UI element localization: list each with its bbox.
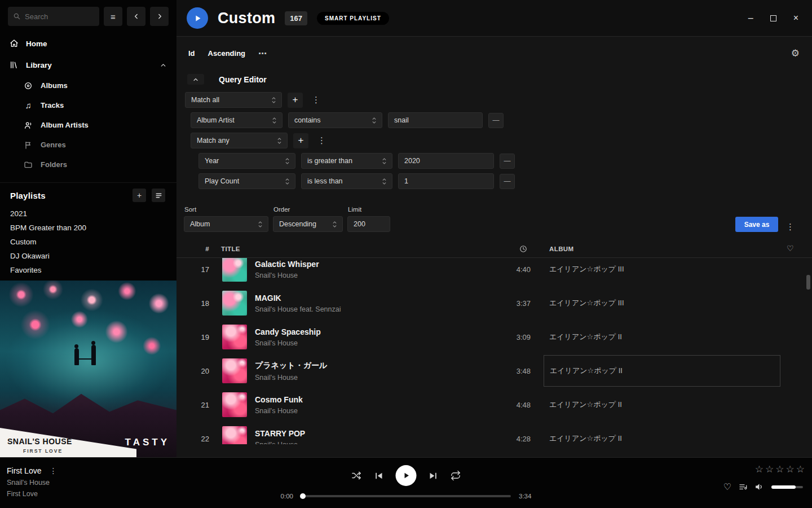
title-column-header[interactable]: TITLE — [221, 246, 240, 252]
add-playlist-button[interactable]: + — [133, 189, 146, 202]
track-row[interactable]: 19 Candy Spaceship Snail's House 3:09 エイ… — [176, 320, 812, 354]
track-list-header: # TITLE ALBUM ♡ — [176, 242, 812, 258]
maximize-button[interactable] — [770, 15, 776, 21]
settings-gear-icon[interactable]: ⚙ — [791, 47, 800, 59]
collapse-query-editor-button[interactable] — [187, 74, 204, 85]
select-value: is less than — [307, 177, 343, 185]
menu-button[interactable]: ≡ — [104, 7, 122, 26]
order-select[interactable]: Descending — [273, 216, 343, 232]
sort-toolbar: Id Ascending ⋯ ⚙ — [176, 37, 812, 59]
rule-operator-select[interactable]: is greater than — [301, 153, 392, 169]
rule-field-select[interactable]: Year — [198, 153, 295, 169]
rule-operator-select[interactable]: is less than — [301, 173, 392, 189]
close-button[interactable]: × — [793, 13, 798, 23]
now-playing-artwork[interactable]: SNAIL'S HOUSE FIRST LOVE TASTY — [0, 281, 176, 457]
star-icon[interactable]: ☆ — [755, 463, 764, 475]
star-icon[interactable]: ☆ — [786, 463, 795, 475]
sort-select[interactable]: Album — [184, 216, 268, 232]
track-row[interactable]: 22 STARRY POP Snail's House 4:28 エイリアン☆ポ… — [176, 422, 812, 444]
repeat-button[interactable] — [451, 470, 461, 481]
rule-group-menu-icon[interactable]: ⋮ — [314, 135, 329, 146]
updown-arrows-icon — [284, 157, 290, 165]
scrollbar-thumb[interactable] — [806, 275, 810, 290]
menu-icon: ≡ — [111, 12, 116, 21]
save-menu-icon[interactable]: ⋮ — [783, 222, 798, 232]
search-input-container[interactable] — [8, 7, 99, 26]
match-all-select[interactable]: Match all — [185, 92, 282, 108]
now-playing-menu-icon[interactable]: ⋮ — [49, 466, 57, 475]
select-value: Album Artist — [197, 116, 235, 124]
save-as-button[interactable]: Save as — [735, 217, 778, 232]
sidebar-item-folders[interactable]: Folders — [0, 155, 176, 174]
limit-input[interactable] — [347, 216, 390, 232]
sidebar-item-tracks[interactable]: ♫ Tracks — [0, 95, 176, 115]
next-track-button[interactable] — [429, 471, 439, 481]
shuffle-button[interactable] — [351, 470, 362, 481]
sidebar-item-library[interactable]: Library — [0, 54, 176, 76]
play-pause-button[interactable] — [396, 465, 417, 486]
album-art-thumbnail — [222, 258, 247, 282]
track-title: Cosmo Funk — [255, 395, 486, 404]
rule-operator-select[interactable]: contains — [288, 112, 382, 128]
remove-rule-button[interactable]: — — [500, 154, 515, 169]
volume-button[interactable] — [754, 482, 764, 492]
artwork-album-name: FIRST LOVE — [23, 448, 63, 454]
index-column-header[interactable]: # — [193, 246, 209, 252]
playlist-item-bpm[interactable]: BPM Greater than 200 — [0, 221, 176, 235]
match-any-select[interactable]: Match any — [191, 133, 288, 148]
sidebar-item-home[interactable]: Home — [0, 33, 176, 54]
next-track-icon — [429, 471, 439, 481]
star-icon[interactable]: ☆ — [775, 463, 784, 475]
track-album: エイリアン☆ポップ II — [549, 320, 780, 354]
rule-value-input[interactable] — [388, 112, 483, 128]
more-options-icon[interactable]: ⋯ — [258, 49, 267, 59]
favorite-column-heart-icon[interactable]: ♡ — [787, 244, 794, 253]
remove-rule-button[interactable]: — — [488, 113, 504, 128]
previous-track-button[interactable] — [374, 471, 384, 481]
updown-arrows-icon — [381, 157, 387, 165]
seek-bar[interactable] — [301, 495, 511, 497]
rule-value-input[interactable] — [398, 173, 494, 189]
sidebar-item-genres[interactable]: Genres — [0, 135, 176, 155]
track-row[interactable]: 17 Galactic Whisper Snail's House 4:40 エ… — [176, 258, 812, 286]
playlist-item-custom[interactable]: Custom — [0, 235, 176, 249]
rule-field-select[interactable]: Play Count — [198, 173, 295, 189]
volume-slider[interactable] — [771, 486, 803, 488]
track-row[interactable]: 18 MAGIK Snail's House feat. Sennzai 3:3… — [176, 286, 812, 320]
sort-direction-label[interactable]: Ascending — [208, 49, 245, 58]
sort-order-limit-row: Sort Album Order Descending Limit Save a… — [176, 194, 812, 240]
plus-icon: + — [298, 135, 304, 146]
minimize-button[interactable]: – — [748, 13, 753, 23]
rule-value-input[interactable] — [398, 153, 494, 169]
favorite-heart-icon[interactable]: ♡ — [723, 481, 731, 492]
album-art-thumbnail — [222, 291, 247, 316]
playlist-list-options-button[interactable] — [152, 189, 165, 202]
star-icon[interactable]: ☆ — [796, 463, 805, 475]
queue-button[interactable] — [739, 483, 747, 491]
add-rule-button[interactable]: + — [288, 93, 303, 108]
album-column-header[interactable]: ALBUM — [549, 246, 574, 252]
sidebar-item-albums[interactable]: Albums — [0, 76, 176, 95]
album-art-thumbnail — [222, 392, 247, 417]
track-row[interactable]: 20 プラネット・ガール Snail's House 3:48 エイリアン☆ポッ… — [176, 354, 812, 388]
playlists-section: Playlists + 2021 BPM Greater than 200 Cu… — [0, 182, 176, 277]
sidebar-item-album-artists[interactable]: Album Artists — [0, 115, 176, 135]
nav-forward-button[interactable] — [150, 7, 169, 26]
sort-field-label[interactable]: Id — [188, 49, 195, 58]
rule-field-select[interactable]: Album Artist — [191, 112, 283, 128]
play-playlist-button[interactable] — [187, 7, 208, 29]
nav-back-button[interactable] — [127, 7, 145, 26]
add-rule-button[interactable]: + — [293, 133, 308, 148]
playlist-item-2021[interactable]: 2021 — [0, 207, 176, 221]
chevron-up-icon[interactable] — [160, 62, 167, 69]
playlist-item-dj-okawari[interactable]: DJ Okawari — [0, 249, 176, 263]
rule-group-menu-icon[interactable]: ⋮ — [308, 95, 324, 105]
playlist-item-favorites[interactable]: Favorites — [0, 263, 176, 277]
now-playing-title: First Love — [7, 466, 41, 475]
track-titles: プラネット・ガール Snail's House — [255, 361, 486, 382]
track-row[interactable]: 21 Cosmo Funk Snail's House 4:48 エイリアン☆ポ… — [176, 388, 812, 422]
seek-knob[interactable] — [300, 493, 306, 499]
duration-column-clock-icon[interactable] — [519, 245, 527, 253]
star-icon[interactable]: ☆ — [765, 463, 774, 475]
remove-rule-button[interactable]: — — [500, 174, 515, 189]
